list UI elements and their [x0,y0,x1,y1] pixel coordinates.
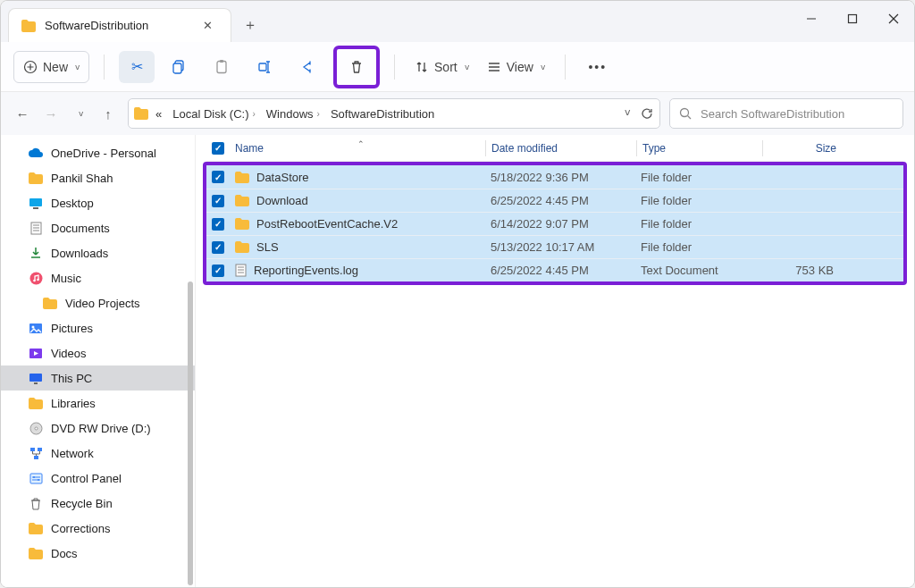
sort-button[interactable]: Sort ⅴ [409,51,474,83]
up-button[interactable]: ↑ [97,103,119,124]
search-input[interactable] [701,107,894,121]
sidebar-item[interactable]: Videos [1,340,195,365]
row-checkbox[interactable]: ✓ [206,218,230,231]
forward-button[interactable]: → [40,103,62,124]
selection-highlight: ✓DataStore5/18/2022 9:36 PMFile folder✓D… [203,162,907,285]
sidebar-item[interactable]: This PC [1,365,195,391]
col-type[interactable]: Type [637,142,762,155]
navbar: ← → ⅴ ↑ « Local Disk (C:)› Windows› Soft… [1,92,914,135]
row-checkbox[interactable]: ✓ [206,265,230,277]
sidebar-item[interactable]: Video Projects [1,290,195,315]
delete-button[interactable] [339,51,374,83]
ellipsis-icon: ••• [588,60,607,74]
sidebar-item-label: OneDrive - Personal [51,147,156,160]
maximize-button[interactable] [832,1,873,37]
paste-button[interactable] [205,51,240,83]
sidebar-item[interactable]: Control Panel [1,466,195,491]
more-button[interactable]: ••• [580,51,616,83]
row-checkbox[interactable]: ✓ [206,171,230,183]
chevron-down-icon[interactable]: ⅴ [625,106,631,121]
file-row[interactable]: ✓SLS5/13/2022 10:17 AMFile folder [206,235,903,258]
svg-point-30 [32,325,35,328]
file-date: 5/13/2022 10:17 AM [485,240,635,254]
folder-icon [28,172,44,184]
sidebar-item[interactable]: Pictures [1,315,195,340]
folder-icon [134,107,148,120]
file-row[interactable]: ✓ReportingEvents.log6/25/2022 4:45 PMTex… [206,258,903,281]
new-button[interactable]: New ⅴ [13,51,89,83]
sidebar-item-label: Music [51,272,81,285]
file-row[interactable]: ✓DataStore5/18/2022 9:36 PMFile folder [206,165,903,189]
tab-current[interactable]: SoftwareDistribution ✕ [8,8,231,42]
scissors-icon: ✂ [131,58,143,75]
col-date[interactable]: Date modified [486,142,636,155]
search-icon [679,107,692,120]
view-button[interactable]: View ⅴ [482,51,550,83]
sidebar-item-label: This PC [51,372,92,385]
file-date: 5/18/2022 9:36 PM [485,171,635,184]
address-bar[interactable]: « Local Disk (C:)› Windows› SoftwareDist… [128,98,660,129]
refresh-button[interactable] [640,106,654,121]
plus-circle-icon [23,60,38,74]
svg-rect-10 [220,60,223,63]
sidebar-item[interactable]: Documents [1,215,195,240]
svg-rect-33 [34,382,38,384]
row-checkbox[interactable]: ✓ [206,195,230,207]
sidebar-item[interactable]: DVD RW Drive (D:) [1,416,195,441]
sidebar-item-label: Control Panel [51,472,122,485]
tab-title: SoftwareDistribution [45,19,148,32]
sidebar: OneDrive - PersonalPankil ShahDesktopDoc… [1,135,196,587]
share-button[interactable] [290,51,326,83]
svg-rect-20 [29,198,42,206]
desktop-icon [28,197,44,209]
back-button[interactable]: ← [12,103,33,124]
main-area: OneDrive - PersonalPankil ShahDesktopDoc… [1,135,914,587]
folder-icon [28,548,44,559]
cut-button[interactable]: ✂ [119,51,155,83]
sidebar-item-label: Downloads [51,247,108,260]
search-box[interactable] [669,98,903,129]
sidebar-item-label: DVD RW Drive (D:) [51,422,151,435]
minimize-button[interactable] [791,1,832,37]
sidebar-item[interactable]: Downloads [1,240,195,265]
copy-button[interactable] [162,51,197,83]
pc-icon [28,373,44,384]
sidebar-item-label: Docs [51,547,78,560]
tab-close-button[interactable]: ✕ [197,17,218,34]
file-row[interactable]: ✓PostRebootEventCache.V26/14/2022 9:07 P… [206,212,903,235]
file-row[interactable]: ✓Download6/25/2022 4:45 PMFile folder [206,189,903,212]
file-date: 6/25/2022 4:45 PM [485,264,635,277]
breadcrumb-part[interactable]: SoftwareDistribution [327,107,438,121]
sidebar-item-label: Videos [51,347,87,360]
new-tab-button[interactable]: ＋ [235,10,265,40]
download-icon [28,247,44,259]
row-checkbox[interactable]: ✓ [206,241,230,254]
sidebar-item[interactable]: Desktop [1,190,195,215]
sidebar-item[interactable]: Music [1,265,195,290]
recent-button[interactable]: ⅴ [69,103,90,124]
folder-icon [21,20,36,32]
svg-line-19 [688,116,692,120]
select-all-checkbox[interactable]: ✓ [206,142,230,155]
document-icon [235,264,247,277]
sidebar-item[interactable]: Corrections [1,516,195,541]
col-size[interactable]: Size [763,142,842,155]
sidebar-item-label: Pictures [51,322,93,335]
col-name[interactable]: Name⌃ [230,142,485,155]
breadcrumb-part[interactable]: Local Disk (C:)› [169,107,259,121]
scrollbar-thumb[interactable] [188,281,193,585]
sidebar-item[interactable]: OneDrive - Personal [1,140,195,165]
sidebar-item[interactable]: Network [1,441,195,466]
rename-button[interactable] [248,51,283,83]
sidebar-item[interactable]: Recycle Bin [1,491,195,516]
sidebar-item[interactable]: Pankil Shah [1,165,195,190]
file-name: PostRebootEventCache.V2 [256,217,398,231]
sidebar-item[interactable]: Libraries [1,391,195,416]
chevron-down-icon: ⅴ [541,63,545,71]
folder-icon [235,218,249,230]
videos-icon [28,348,44,359]
breadcrumb-part[interactable]: Windows› [263,107,323,121]
svg-point-27 [33,279,36,281]
sidebar-item[interactable]: Docs [1,541,195,566]
close-button[interactable] [873,1,914,37]
